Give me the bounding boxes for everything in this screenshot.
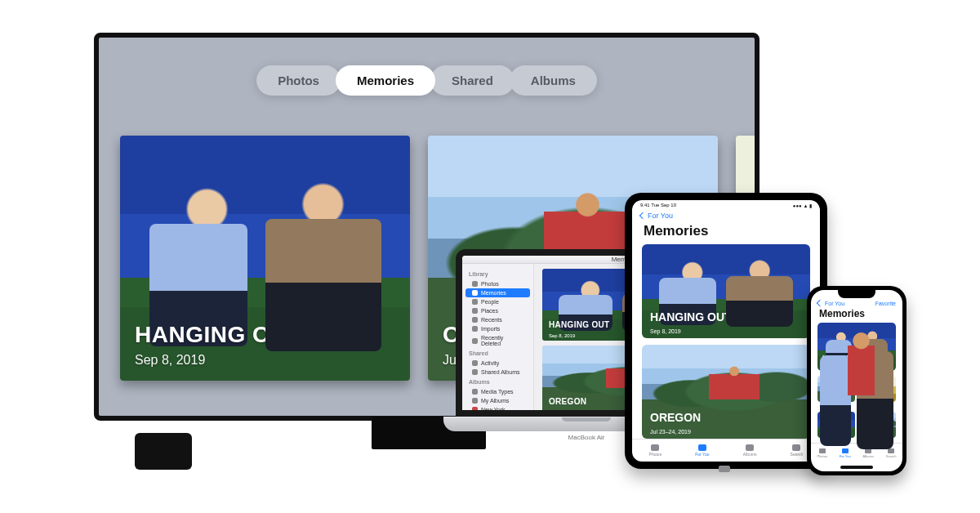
mac-sidebar: Library Photos Memories People Places Re… — [462, 264, 534, 417]
search-icon — [792, 444, 800, 451]
tab-shared[interactable]: Shared — [430, 65, 514, 96]
foryou-icon — [842, 448, 849, 453]
home-indicator[interactable] — [840, 466, 873, 469]
tabbar-foryou[interactable]: For You — [695, 444, 709, 457]
foryou-icon — [698, 444, 706, 451]
album-icon — [472, 407, 478, 413]
sidebar-item-shared-albums[interactable]: Shared Albums — [466, 368, 530, 377]
ipad: 9:41 Tue Sep 10 ●●● ▲ ▮ For You Memories… — [625, 193, 827, 469]
albums-icon — [746, 444, 754, 451]
sidebar-item-recents[interactable]: Recents — [466, 315, 530, 324]
memories-icon — [472, 290, 478, 296]
photos-icon — [819, 448, 826, 453]
ipad-status-bar: 9:41 Tue Sep 10 ●●● ▲ ▮ — [632, 200, 820, 210]
places-icon — [472, 308, 478, 314]
memory-title: HANGING OUT — [135, 322, 302, 348]
tabbar-albums[interactable]: Albums — [863, 448, 874, 458]
sidebar-item[interactable]: Media Types — [466, 387, 530, 396]
sidebar-heading: Shared — [462, 348, 533, 359]
status-icons: ●●● ▲ ▮ — [793, 203, 812, 208]
chevron-left-icon — [817, 300, 823, 306]
memory-date: Jul 23–24, 2019 — [650, 429, 691, 435]
ipad-memories-list: HANGING OUT Sep 8, 2019 OREGON Jul 23–24… — [632, 244, 820, 439]
memory-card[interactable]: HANGING OUT Sep 8, 2019 — [642, 244, 810, 338]
tabbar-albums[interactable]: Albums — [743, 444, 757, 457]
photos-icon — [651, 444, 659, 451]
page-title: Memories — [811, 306, 902, 323]
sidebar-item-places[interactable]: Places — [466, 306, 530, 315]
tabbar-search[interactable]: Search — [886, 448, 897, 458]
sidebar-item-people[interactable]: People — [466, 297, 530, 306]
memory-title: OREGON — [650, 411, 701, 424]
memory-date: Sep 8, 2019 — [135, 353, 205, 368]
sidebar-item-imports[interactable]: Imports — [466, 324, 530, 333]
search-icon — [888, 448, 894, 453]
memory-date: Sep 8, 2019 — [549, 333, 575, 338]
trash-icon — [472, 338, 478, 344]
memory-title: HANGING OUT — [549, 320, 609, 329]
imports-icon — [472, 326, 478, 332]
iphone-notch — [838, 290, 875, 298]
sidebar-item-activity[interactable]: Activity — [466, 359, 530, 368]
sidebar-item[interactable]: My Albums — [466, 396, 530, 405]
page-title: Memories — [632, 221, 820, 244]
photo-icon — [472, 281, 478, 287]
tabbar-photos[interactable]: Photos — [817, 448, 826, 458]
back-label: For You — [648, 212, 673, 220]
tab-albums[interactable]: Albums — [510, 65, 597, 96]
activity-icon — [472, 360, 478, 366]
tab-photos[interactable]: Photos — [256, 65, 341, 96]
related-thumbnails — [817, 412, 896, 438]
sidebar-item-photos[interactable]: Photos — [466, 279, 530, 288]
memory-date: Jul 23–24, 2019 — [549, 410, 584, 415]
recents-icon — [472, 317, 478, 323]
tabbar-photos[interactable]: Photos — [649, 444, 662, 457]
albums-icon — [865, 448, 871, 453]
sidebar-heading: Albums — [462, 377, 533, 387]
tabbar-search[interactable]: Search — [791, 444, 804, 457]
people-icon — [472, 299, 478, 305]
ipad-stand — [719, 466, 730, 472]
sidebar-item-memories[interactable]: Memories — [466, 288, 530, 297]
sidebar-item[interactable]: New York — [466, 405, 530, 414]
sidebar-item-deleted[interactable]: Recently Deleted — [466, 333, 530, 348]
tab-memories[interactable]: Memories — [336, 65, 435, 96]
memory-card[interactable]: OREGON Jul 23–24, 2019 — [642, 345, 810, 439]
folder-icon — [472, 398, 478, 404]
tabbar-foryou[interactable]: For You — [840, 448, 851, 458]
iphone: For You Favorite Memories HANGING OUT Se… — [807, 286, 906, 475]
memory-card[interactable]: HANGING OUT Sep 8, 2019 — [120, 136, 410, 381]
status-time: 9:41 Tue Sep 10 — [640, 203, 676, 207]
tv-tabs: Photos Memories Shared Albums — [99, 65, 755, 96]
shared-icon — [472, 369, 478, 375]
iphone-favorite-button[interactable]: Favorite — [875, 301, 896, 306]
apple-tv-device — [135, 433, 192, 470]
memory-date: Sep 8, 2019 — [650, 328, 681, 334]
memory-title: OREGON — [549, 397, 586, 406]
ipad-back-button[interactable]: For You — [632, 210, 820, 221]
folder-icon — [472, 389, 478, 395]
ipad-tabbar: Photos For You Albums Search — [632, 439, 820, 462]
memory-title: HANGING OUT — [650, 310, 732, 323]
iphone-back-button[interactable]: For You — [817, 301, 844, 306]
sidebar-heading: Library — [462, 269, 533, 279]
chevron-left-icon — [639, 212, 646, 219]
